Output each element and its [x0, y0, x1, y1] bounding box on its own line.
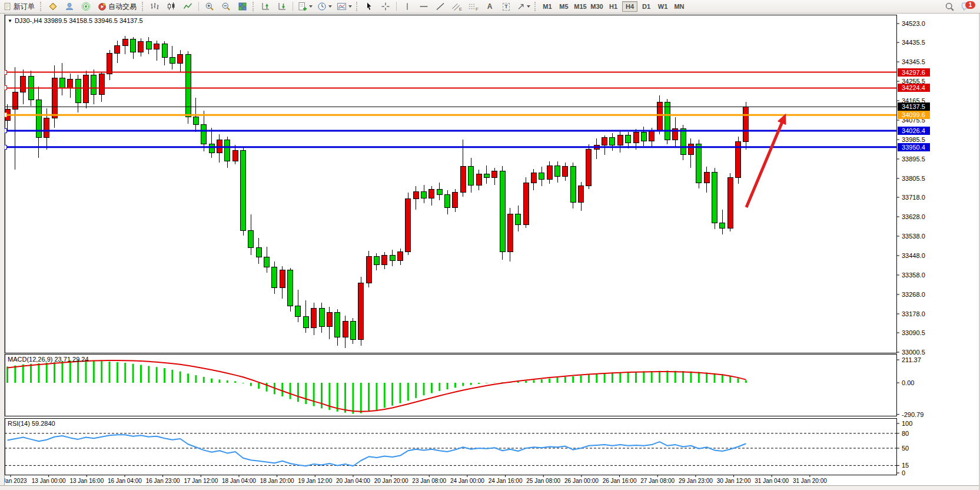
svg-text:19 Jan 12:00: 19 Jan 12:00: [298, 478, 332, 484]
autotrading-button[interactable]: 自动交易: [95, 1, 139, 12]
svg-text:33000.5: 33000.5: [902, 349, 925, 356]
line-chart-button[interactable]: [180, 1, 195, 12]
indicator-window-down-icon: [277, 2, 287, 11]
svg-text:34297.6: 34297.6: [902, 69, 925, 76]
price-chart[interactable]: 34523.034435.534345.534255.534165.534075…: [0, 0, 980, 490]
text-label-letter: T: [503, 3, 510, 11]
clock-icon: [317, 2, 327, 11]
crosshair-tool-button[interactable]: [378, 1, 393, 12]
timeframe-d1-button[interactable]: D1: [639, 1, 654, 12]
new-order-button[interactable]: 新订单: [1, 1, 38, 12]
svg-text:25 Jan 08:00: 25 Jan 08:00: [526, 478, 560, 484]
timeframe-m30-button[interactable]: M30: [589, 1, 604, 12]
rsi-indicator-label: RSI(14) 59.2840: [8, 420, 55, 427]
equidistant-channel-tool-button[interactable]: E: [449, 1, 464, 12]
trendline-tool-button[interactable]: [433, 1, 448, 12]
indicator-window-down-button[interactable]: [274, 1, 290, 12]
bar-chart-button[interactable]: [147, 1, 162, 12]
timeframe-h4-button[interactable]: H4: [622, 1, 637, 12]
svg-text:100: 100: [902, 420, 912, 427]
fibonacci-tool-button[interactable]: F: [466, 1, 481, 12]
periods-dropdown-caret[interactable]: [328, 5, 332, 8]
cursor-icon: [364, 2, 374, 11]
template-chart-icon: [337, 2, 347, 11]
svg-text:33448.0: 33448.0: [902, 252, 925, 259]
svg-text:34523.0: 34523.0: [902, 20, 925, 27]
svg-text:34224.4: 34224.4: [902, 84, 925, 91]
svg-text:33628.0: 33628.0: [902, 213, 925, 220]
toolbar-right-tools: 1: [941, 0, 978, 13]
svg-text:33090.5: 33090.5: [902, 329, 925, 336]
person-icon: [65, 2, 74, 11]
main-toolbar: 新订单 自动交易 E F A T: [0, 0, 980, 14]
svg-text:0: 0: [902, 469, 905, 476]
pane-frames: [5, 15, 896, 475]
svg-text:26 Jan 16:00: 26 Jan 16:00: [603, 478, 637, 484]
timeframe-mn-button[interactable]: MN: [672, 1, 687, 12]
time-axis: 12 Jan 202313 Jan 00:0013 Jan 16:0016 Ja…: [0, 475, 827, 484]
timeframe-w1-button[interactable]: W1: [655, 1, 670, 12]
new-order-label: 新订单: [14, 2, 35, 12]
svg-text:34435.5: 34435.5: [902, 39, 925, 46]
new-chart-button[interactable]: [296, 1, 314, 12]
indicator-window-up-button[interactable]: [258, 1, 273, 12]
trading-app-window: 34523.034435.534345.534255.534165.534075…: [0, 0, 980, 490]
arrows-dropdown-caret[interactable]: [527, 5, 530, 8]
collapse-trade-panel-icon[interactable]: ▼: [8, 18, 12, 24]
svg-text:29 Jan 23:00: 29 Jan 23:00: [679, 478, 713, 484]
left-edge-strip: [0, 13, 5, 490]
timeframe-m5-button[interactable]: M5: [556, 1, 572, 12]
svg-text:33895.5: 33895.5: [902, 155, 925, 163]
candlestick-icon: [167, 2, 176, 11]
svg-text:31 Jan 04:00: 31 Jan 04:00: [755, 478, 789, 484]
timeframe-m1-button[interactable]: M1: [540, 1, 555, 12]
text-tool-button[interactable]: A: [482, 1, 497, 12]
arrow-shape-icon: [517, 2, 525, 11]
fibonacci-sub-letter: F: [476, 6, 479, 12]
cursor-tool-button[interactable]: [361, 1, 377, 12]
svg-text:17 Jan 12:00: 17 Jan 12:00: [184, 478, 218, 484]
notifications-button[interactable]: 1: [958, 0, 977, 13]
vertical-line-icon: [403, 2, 411, 11]
arrows-tool-button[interactable]: [515, 1, 532, 12]
svg-text:31 Jan 20:00: 31 Jan 20:00: [793, 478, 827, 484]
vertical-line-tool-button[interactable]: [400, 1, 415, 12]
timeframe-m15-button[interactable]: M15: [573, 1, 588, 12]
trendline-icon: [436, 2, 445, 11]
signals-button[interactable]: [78, 1, 94, 12]
search-button[interactable]: [942, 1, 957, 12]
macd-indicator-label: MACD(12,26,9) 23.71 29.24: [8, 356, 89, 363]
ohlc-text: DJ30-,H4 33989.5 34158.5 33946.5 34137.5: [15, 17, 143, 24]
templates-dropdown-caret[interactable]: [348, 5, 352, 8]
line-chart-icon: [183, 2, 192, 11]
svg-text:20 Jan 20:00: 20 Jan 20:00: [374, 478, 408, 484]
svg-text:33718.0: 33718.0: [902, 194, 925, 201]
svg-text:34026.4: 34026.4: [902, 127, 925, 134]
autotrading-icon: [98, 2, 107, 11]
new-order-icon: [4, 2, 12, 11]
svg-text:30 Jan 12:00: 30 Jan 12:00: [717, 478, 751, 484]
zoom-out-button[interactable]: [218, 1, 234, 12]
svg-text:34099.6: 34099.6: [902, 111, 925, 118]
periods-button[interactable]: [315, 1, 334, 12]
templates-button[interactable]: [335, 1, 354, 12]
timeframe-h1-button[interactable]: H1: [606, 1, 621, 12]
search-icon: [945, 2, 955, 12]
svg-text:24 Jan 16:00: 24 Jan 16:00: [489, 478, 523, 484]
candlestick-chart-button[interactable]: [164, 1, 179, 12]
market-watch-button[interactable]: [45, 1, 61, 12]
svg-text:24 Jan 00:00: 24 Jan 00:00: [450, 478, 484, 484]
autotrading-label: 自动交易: [108, 2, 137, 12]
timeframe-buttons: M1M5M15M30H1H4D1W1MN: [539, 1, 687, 12]
chart-area[interactable]: 34523.034435.534345.534255.534165.534075…: [0, 0, 980, 490]
horizontal-line-tool-button[interactable]: [416, 1, 431, 12]
bar-chart-icon: [150, 2, 160, 11]
zoom-in-button[interactable]: [202, 1, 217, 12]
new-chart-icon: [298, 2, 307, 11]
tile-windows-button[interactable]: [235, 1, 250, 12]
svg-text:34255.5: 34255.5: [902, 78, 925, 85]
new-chart-dropdown-caret[interactable]: [309, 5, 313, 8]
text-label-tool-button[interactable]: T: [499, 1, 514, 12]
community-button[interactable]: [62, 1, 77, 12]
svg-text:34345.5: 34345.5: [902, 58, 925, 65]
